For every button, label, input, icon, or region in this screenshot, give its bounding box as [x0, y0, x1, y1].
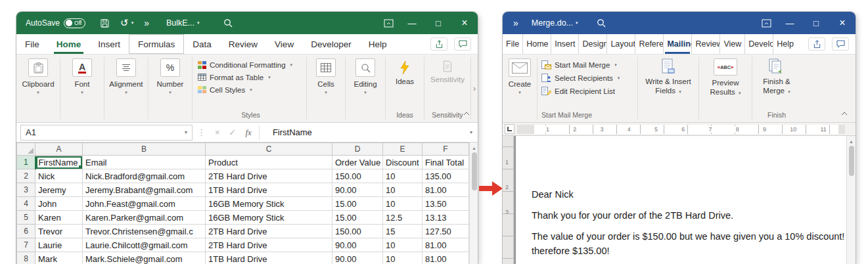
cancel-entry-button[interactable]: × [210, 127, 225, 137]
cell[interactable]: Mark.Schiele@gmail.com [83, 252, 206, 264]
tab-data[interactable]: Data [184, 34, 220, 54]
cell[interactable]: 2TB Hard Drive [206, 169, 332, 183]
cell[interactable]: Laurie.Chilcott@gmail.com [83, 238, 206, 252]
cell[interactable]: 2TB Hard Drive [206, 225, 332, 238]
scroll-up-icon[interactable]: ▲ [472, 143, 476, 152]
column-header-b[interactable]: B [83, 143, 206, 156]
column-header-f[interactable]: F [423, 143, 469, 156]
tab-developer[interactable]: Developer [302, 34, 360, 54]
row-header-5[interactable]: 5 [17, 211, 35, 225]
cell[interactable]: 10 [383, 169, 423, 183]
cell[interactable]: 13.50 [423, 197, 469, 211]
tab-view[interactable]: View [720, 34, 744, 54]
cell-f1[interactable]: Final Total [423, 156, 469, 169]
undo-button[interactable]: ↺ ▾ [115, 12, 139, 34]
row-header-6[interactable]: 6 [17, 225, 35, 238]
tab-design[interactable]: Design [578, 34, 606, 54]
tab-view[interactable]: View [266, 34, 302, 54]
write-insert-fields-button[interactable]: Write & Insert Fields ▾ [641, 58, 696, 96]
quick-access-more-button[interactable]: » [508, 12, 524, 34]
alignment-button[interactable]: Alignment ▾ [107, 58, 145, 95]
workbook-title[interactable]: BulkE... ▾ [166, 18, 200, 28]
cell[interactable]: 15 [383, 225, 423, 238]
cell[interactable]: Jeremy.Brabant@gmail.com [83, 183, 206, 197]
cell-e1[interactable]: Discount [383, 156, 423, 169]
cell[interactable]: 10 [383, 197, 423, 211]
collapse-ribbon-button[interactable] [838, 109, 850, 118]
close-button[interactable]: × [829, 12, 856, 34]
vertical-ruler[interactable]: 1 2 3 [503, 136, 514, 264]
tab-developer[interactable]: Developer [744, 34, 773, 54]
tab-insert[interactable]: Insert [89, 34, 129, 54]
column-header-e[interactable]: E [383, 143, 423, 156]
cell[interactable]: Laurie [35, 238, 83, 252]
cell[interactable]: 90.00 [332, 183, 383, 197]
clipboard-button[interactable]: Clipboard ▾ [19, 58, 57, 95]
cell-d1[interactable]: Order Value [332, 156, 383, 169]
row-header-1[interactable]: 1 [17, 156, 35, 169]
expand-formula-bar-button[interactable]: ▾ [470, 129, 472, 135]
cell[interactable]: 135.00 [423, 169, 469, 183]
cell[interactable]: 16GB Memory Stick [206, 197, 332, 211]
conditional-formatting-button[interactable]: Conditional Formatting ▾ [198, 58, 292, 71]
start-mail-merge-button[interactable]: Start Mail Merge ▾ [541, 58, 617, 72]
select-all-button[interactable] [17, 143, 35, 156]
row-header-4[interactable]: 4 [17, 197, 35, 211]
document-page[interactable]: Dear Nick Thank you for your order of th… [516, 136, 846, 264]
search-button[interactable] [218, 12, 238, 34]
cell[interactable]: Trevor [35, 225, 83, 238]
cell[interactable]: Jeremy [35, 183, 83, 197]
cell[interactable]: Nick.Bradford@gmail.com [83, 169, 206, 183]
column-header-c[interactable]: C [206, 143, 332, 156]
ribbon-overflow-button[interactable]: › [471, 84, 478, 93]
ideas-button[interactable]: Ideas [387, 58, 423, 85]
cell[interactable]: 1TB Hard Drive [206, 252, 332, 264]
cell[interactable]: 81.00 [423, 183, 469, 197]
cell[interactable]: 127.50 [423, 225, 469, 238]
minimize-button[interactable]: — [777, 12, 803, 34]
maximize-button[interactable]: □ [425, 12, 451, 34]
scrollbar-thumb[interactable] [472, 152, 477, 190]
cell[interactable]: John [35, 197, 83, 211]
cell[interactable]: Karen.Parker@gmail.com [83, 211, 206, 225]
tab-help[interactable]: Help [360, 34, 396, 54]
confirm-entry-button[interactable]: ✓ [225, 127, 241, 137]
scroll-up-icon[interactable]: ▲ [849, 136, 854, 146]
cell-b1[interactable]: Email [83, 156, 206, 169]
cell-c1[interactable]: Product [206, 156, 332, 169]
column-header-a[interactable]: A [35, 143, 83, 156]
cell[interactable]: 13.13 [423, 211, 469, 225]
row-header-2[interactable]: 2 [17, 169, 35, 183]
cell[interactable]: 90.00 [332, 252, 383, 264]
select-recipients-button[interactable]: Select Recipients ▾ [541, 72, 620, 85]
tab-references[interactable]: References [635, 34, 663, 54]
ribbon-display-options-button[interactable] [756, 12, 777, 34]
editing-button[interactable]: Editing ▾ [348, 58, 382, 95]
cell[interactable]: 10 [383, 252, 423, 264]
maximize-button[interactable]: □ [803, 12, 829, 34]
cell[interactable]: 150.00 [332, 225, 383, 238]
cell-styles-button[interactable]: Cell Styles ▾ [198, 83, 252, 96]
row-header-3[interactable]: 3 [17, 183, 35, 197]
cell[interactable]: 10 [383, 238, 423, 252]
cells-button[interactable]: Cells ▾ [309, 58, 342, 95]
excel-vertical-scrollbar[interactable]: ▲ [469, 143, 478, 264]
cell[interactable]: 81.00 [423, 238, 469, 252]
quick-access-more-button[interactable]: » [139, 12, 154, 34]
create-button[interactable]: Create ▾ [504, 58, 536, 95]
cell[interactable]: 12.5 [383, 211, 423, 225]
name-box[interactable]: A1 ▾ [20, 125, 193, 141]
row-header-8[interactable]: 8 [17, 252, 35, 264]
tab-file[interactable]: File [16, 34, 48, 54]
cell[interactable]: 10 [383, 183, 423, 197]
cell[interactable]: 1TB Hard Drive [206, 183, 332, 197]
ribbon-display-options-button[interactable] [378, 12, 399, 34]
close-button[interactable]: × [451, 12, 478, 34]
formula-bar-value[interactable]: FirstName [262, 127, 312, 137]
word-vertical-scrollbar[interactable]: ▲ [846, 136, 856, 264]
tab-help[interactable]: Help [773, 34, 797, 54]
tab-file[interactable]: File [503, 34, 522, 54]
tab-mailings[interactable]: Mailings [663, 34, 691, 54]
scrollbar-thumb[interactable] [849, 146, 854, 176]
document-title[interactable]: Merge.do... ▾ [532, 18, 578, 28]
